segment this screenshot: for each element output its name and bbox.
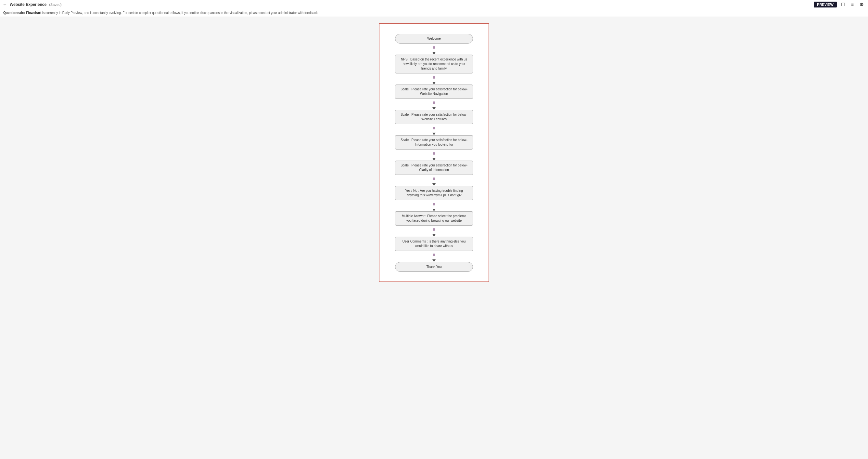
line-top-7 — [434, 200, 434, 203]
node-comments: User Comments : Is there anything else y… — [395, 237, 473, 251]
arrow-4 — [432, 133, 436, 135]
dot-8 — [433, 228, 435, 231]
infobar: Questionnaire Flowchart is currently in … — [0, 9, 868, 17]
line-mid-7 — [434, 205, 434, 209]
line-mid-1 — [434, 49, 434, 52]
back-button[interactable]: ← — [3, 2, 7, 7]
arrow-3 — [432, 107, 436, 110]
arrow-6 — [432, 183, 436, 186]
connector-3 — [432, 99, 436, 110]
saved-label: (Saved) — [49, 3, 62, 6]
line-mid-6 — [434, 180, 434, 183]
connector-4 — [432, 124, 436, 135]
profile-icon-button[interactable]: ⚉ — [858, 1, 865, 8]
dot-1 — [433, 46, 435, 49]
arrow-8 — [432, 234, 436, 237]
line-top-2 — [434, 74, 434, 76]
app-title: Website Experience — [10, 2, 46, 7]
line-mid-8 — [434, 231, 434, 234]
dot-7 — [433, 203, 435, 205]
arrow-5 — [432, 158, 436, 161]
arrow-1 — [432, 52, 436, 55]
connector-7 — [432, 200, 436, 211]
node-yesno: Yes / No : Are you having trouble findin… — [395, 186, 473, 200]
line-top-5 — [434, 149, 434, 152]
line-top-8 — [434, 226, 434, 228]
line-mid-9 — [434, 256, 434, 259]
node-multiple: Multiple Answer : Please select the prob… — [395, 211, 473, 226]
node-scale2: Scale : Please rate your satisfaction fo… — [395, 110, 473, 124]
node-scale1: Scale : Please rate your satisfaction fo… — [395, 85, 473, 99]
line-mid-3 — [434, 104, 434, 107]
dot-3 — [433, 102, 435, 104]
line-top-6 — [434, 175, 434, 177]
dot-5 — [433, 152, 435, 155]
line-top-1 — [434, 44, 434, 46]
line-mid-4 — [434, 130, 434, 133]
infobar-text: is currently in Early Preview, and is co… — [41, 11, 317, 15]
chat-icon-button[interactable]: ☐ — [839, 1, 847, 8]
connector-9 — [432, 251, 436, 262]
connector-2 — [432, 74, 436, 85]
line-top-3 — [434, 99, 434, 102]
node-thankyou: Thank You — [395, 262, 473, 272]
connector-6 — [432, 175, 436, 186]
arrow-2 — [432, 82, 436, 85]
menu-icon-button[interactable]: ≡ — [849, 1, 855, 8]
preview-button[interactable]: PREVIEW — [814, 2, 837, 7]
connector-8 — [432, 226, 436, 237]
node-nps: NPS : Based on the recent experience wit… — [395, 55, 473, 74]
dot-9 — [433, 254, 435, 256]
node-welcome: Welcome — [395, 34, 473, 44]
line-mid-5 — [434, 155, 434, 158]
topbar: ← Website Experience (Saved) PREVIEW ☐ ≡… — [0, 0, 868, 9]
arrow-9 — [432, 259, 436, 262]
node-scale4: Scale : Please rate your satisfaction fo… — [395, 161, 473, 175]
line-top-4 — [434, 124, 434, 127]
main-area: Welcome NPS : Based on the recent experi… — [0, 17, 868, 458]
dot-4 — [433, 127, 435, 130]
flowchart-container: Welcome NPS : Based on the recent experi… — [379, 23, 489, 282]
connector-1 — [432, 44, 436, 55]
node-scale3: Scale : Please rate your satisfaction fo… — [395, 135, 473, 149]
line-mid-2 — [434, 79, 434, 82]
dot-6 — [433, 177, 435, 180]
infobar-bold: Questionnaire Flowchart — [3, 11, 41, 15]
connector-5 — [432, 149, 436, 161]
dot-2 — [433, 76, 435, 79]
line-top-9 — [434, 251, 434, 254]
arrow-7 — [432, 209, 436, 211]
